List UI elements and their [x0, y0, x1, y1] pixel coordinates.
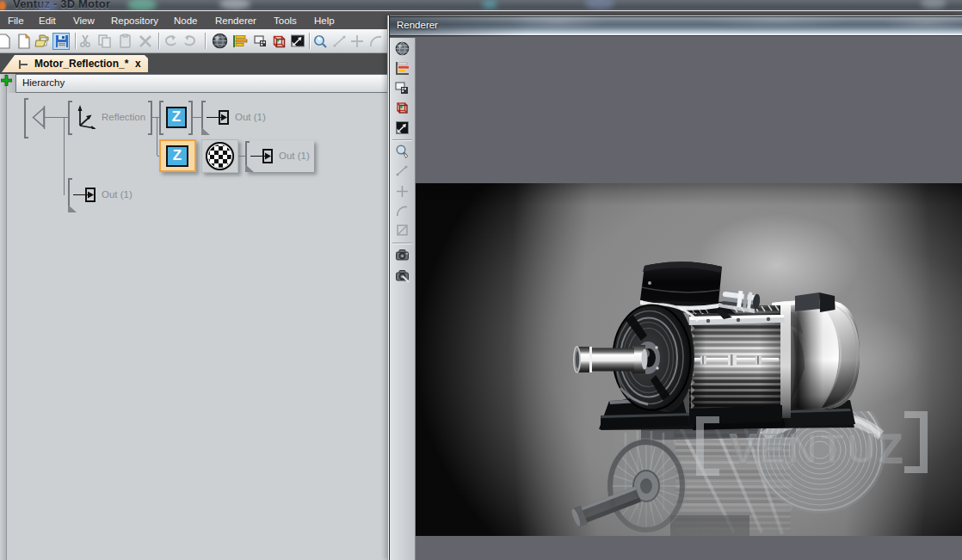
svg-text:VENTUZ: VENTUZ [730, 426, 905, 471]
